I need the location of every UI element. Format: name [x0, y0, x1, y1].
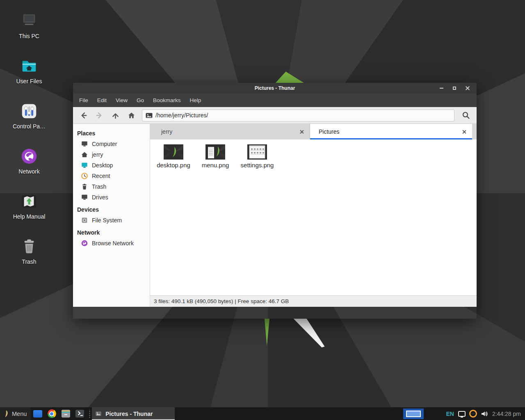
maximize-icon [453, 87, 456, 90]
desktop-icon-label: Help Manual [13, 213, 46, 220]
computer-icon [81, 140, 88, 148]
recent-clock-icon [81, 172, 88, 180]
sidebar-item-recent[interactable]: Recent [73, 171, 150, 181]
home-button[interactable] [123, 109, 139, 122]
tab-close-button[interactable] [461, 128, 467, 135]
desktop-icon-column: This PC User Files Control Pa… [7, 10, 52, 281]
forward-icon [96, 112, 103, 119]
clock[interactable]: 2:44:28 pm [492, 411, 521, 417]
file-name: settings.png [241, 162, 274, 169]
launcher-chrome[interactable] [45, 407, 59, 420]
menu-go[interactable]: Go [132, 94, 148, 107]
menu-bookmarks[interactable]: Bookmarks [148, 94, 185, 107]
desktop-icon-label: Network [18, 168, 39, 175]
image-icon [146, 112, 153, 119]
tab-label: jerry [161, 128, 172, 135]
menu-view[interactable]: View [111, 94, 132, 107]
minimize-button[interactable] [435, 83, 448, 94]
keyboard-layout-indicator[interactable]: EN [446, 411, 454, 417]
taskbar-window-button[interactable]: Pictures - Thunar [92, 407, 175, 420]
image-thumbnail [247, 144, 267, 160]
file-name: menu.png [202, 162, 229, 169]
desktop-icon-label: User Files [16, 78, 42, 84]
sidebar-header-network: Network [73, 226, 150, 238]
sidebar-item-label: Trash [92, 183, 106, 190]
taskbar-window-label: Pictures - Thunar [105, 411, 153, 417]
tab-jerry[interactable]: jerry [150, 124, 310, 139]
desktop-icon-this-pc[interactable]: This PC [7, 10, 52, 55]
toolbar: /home/jerry/Pictures/ [73, 107, 477, 124]
maximize-button[interactable] [448, 83, 461, 94]
sidebar-item-label: Drives [92, 194, 108, 201]
workspace-pager[interactable] [403, 409, 424, 419]
file-list[interactable]: desktop.png menu.p [150, 139, 477, 295]
sidebar-header-devices: Devices [73, 203, 150, 215]
status-bar: 3 files: 490.1 kB (490,050 bytes) | Free… [150, 295, 477, 307]
drives-icon [81, 194, 88, 201]
desktop-icon-label: This PC [19, 33, 39, 39]
file-desktop-png[interactable]: desktop.png [153, 144, 194, 169]
display-tray-icon[interactable] [458, 411, 466, 417]
file-menu-png[interactable]: menu.png [194, 144, 236, 169]
desktop-icon-user-files[interactable]: User Files [7, 55, 52, 100]
chrome-icon [48, 409, 56, 418]
volume-icon[interactable] [481, 411, 488, 417]
up-button[interactable] [107, 109, 123, 122]
desktop-icon-control-panel[interactable]: Control Pa… [7, 100, 52, 145]
file-name: desktop.png [157, 162, 190, 169]
trash-icon [81, 183, 88, 190]
taskbar: Menu Pictures - Thunar EN 2:44:28 pm [0, 407, 525, 420]
feather-logo-icon [3, 410, 9, 418]
sidebar-item-drives[interactable]: Drives [73, 192, 150, 203]
taskbar-grip-handle[interactable] [88, 409, 91, 418]
sidebar-item-file-system[interactable]: File System [73, 215, 150, 226]
map-book-icon [20, 192, 39, 211]
sidebar-item-browse-network[interactable]: Browse Network [73, 238, 150, 249]
file-settings-png[interactable]: settings.png [236, 144, 278, 169]
forward-button[interactable] [91, 109, 107, 122]
tab-close-button[interactable] [298, 128, 305, 135]
window-content: Places Computer jerry Desktop Recent Tra… [73, 124, 477, 307]
sidebar-item-desktop[interactable]: Desktop [73, 160, 150, 171]
search-icon [462, 111, 470, 119]
minimize-icon [440, 88, 443, 89]
menubar: File Edit View Go Bookmarks Help [73, 94, 477, 107]
update-manager-icon[interactable] [469, 410, 477, 418]
launcher-terminal[interactable] [73, 407, 87, 420]
sidebar-item-computer[interactable]: Computer [73, 139, 150, 149]
close-button[interactable] [461, 83, 474, 94]
back-button[interactable] [75, 109, 91, 122]
sidebar-item-trash[interactable]: Trash [73, 181, 150, 192]
terminal-icon [75, 410, 84, 418]
image-icon [95, 411, 102, 416]
close-icon [466, 86, 470, 90]
tab-pictures[interactable]: Pictures [310, 124, 472, 139]
tab-bar: jerry Pictures [150, 124, 477, 139]
window-titlebar[interactable]: Pictures - Thunar [73, 83, 477, 94]
workspace-1[interactable] [406, 411, 421, 417]
menu-file[interactable]: File [75, 94, 93, 107]
laptop-icon [20, 11, 39, 30]
menu-button-label: Menu [12, 411, 27, 417]
desktop-icon-help-manual[interactable]: Help Manual [7, 190, 52, 235]
path-bar[interactable]: /home/jerry/Pictures/ [142, 110, 454, 121]
close-icon [300, 130, 304, 134]
launcher-show-desktop[interactable] [31, 407, 45, 420]
window-controls [435, 83, 474, 94]
sidebar-item-label: Desktop [92, 162, 113, 169]
sidebar-item-label: Recent [92, 173, 110, 179]
menu-edit[interactable]: Edit [93, 94, 111, 107]
sidebar-item-label: File System [92, 217, 122, 224]
up-icon [112, 112, 119, 119]
home-icon [128, 112, 135, 119]
menu-button[interactable]: Menu [0, 407, 31, 420]
menu-help[interactable]: Help [185, 94, 206, 107]
search-button[interactable] [458, 109, 474, 122]
launcher-file-manager[interactable] [59, 407, 73, 420]
home-folder-icon [20, 57, 39, 75]
desktop-icon-network[interactable]: Network [7, 145, 52, 190]
image-thumbnail [205, 144, 225, 160]
sidebar-item-jerry[interactable]: jerry [73, 149, 150, 160]
desktop-icon-trash[interactable]: Trash [7, 235, 52, 281]
desktop-icon-label: Control Pa… [13, 123, 46, 130]
